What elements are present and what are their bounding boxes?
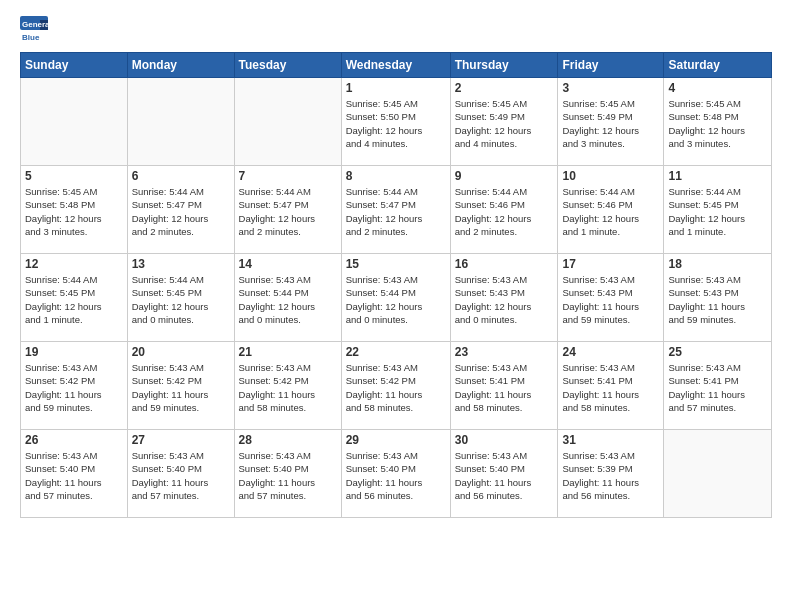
day-info: Sunrise: 5:44 AMSunset: 5:47 PMDaylight:…	[346, 185, 446, 238]
day-info: Sunrise: 5:43 AMSunset: 5:42 PMDaylight:…	[132, 361, 230, 414]
day-number: 30	[455, 433, 554, 447]
day-number: 8	[346, 169, 446, 183]
day-info: Sunrise: 5:44 AMSunset: 5:47 PMDaylight:…	[132, 185, 230, 238]
day-info: Sunrise: 5:43 AMSunset: 5:44 PMDaylight:…	[239, 273, 337, 326]
day-number: 22	[346, 345, 446, 359]
day-number: 28	[239, 433, 337, 447]
weekday-header: Thursday	[450, 53, 558, 78]
day-number: 10	[562, 169, 659, 183]
svg-text:Blue: Blue	[22, 33, 40, 42]
day-info: Sunrise: 5:43 AMSunset: 5:39 PMDaylight:…	[562, 449, 659, 502]
day-number: 21	[239, 345, 337, 359]
calendar-week-row: 1Sunrise: 5:45 AMSunset: 5:50 PMDaylight…	[21, 78, 772, 166]
calendar-cell: 4Sunrise: 5:45 AMSunset: 5:48 PMDaylight…	[664, 78, 772, 166]
day-number: 12	[25, 257, 123, 271]
calendar-cell: 18Sunrise: 5:43 AMSunset: 5:43 PMDayligh…	[664, 254, 772, 342]
day-info: Sunrise: 5:44 AMSunset: 5:45 PMDaylight:…	[132, 273, 230, 326]
calendar-cell	[21, 78, 128, 166]
day-info: Sunrise: 5:43 AMSunset: 5:42 PMDaylight:…	[25, 361, 123, 414]
day-info: Sunrise: 5:45 AMSunset: 5:50 PMDaylight:…	[346, 97, 446, 150]
calendar-cell: 17Sunrise: 5:43 AMSunset: 5:43 PMDayligh…	[558, 254, 664, 342]
day-number: 6	[132, 169, 230, 183]
calendar-cell: 22Sunrise: 5:43 AMSunset: 5:42 PMDayligh…	[341, 342, 450, 430]
calendar-cell	[664, 430, 772, 518]
calendar-cell: 16Sunrise: 5:43 AMSunset: 5:43 PMDayligh…	[450, 254, 558, 342]
calendar-cell: 21Sunrise: 5:43 AMSunset: 5:42 PMDayligh…	[234, 342, 341, 430]
calendar-cell: 1Sunrise: 5:45 AMSunset: 5:50 PMDaylight…	[341, 78, 450, 166]
day-number: 19	[25, 345, 123, 359]
day-info: Sunrise: 5:43 AMSunset: 5:43 PMDaylight:…	[455, 273, 554, 326]
calendar-week-row: 19Sunrise: 5:43 AMSunset: 5:42 PMDayligh…	[21, 342, 772, 430]
day-number: 11	[668, 169, 767, 183]
day-number: 23	[455, 345, 554, 359]
calendar-cell: 28Sunrise: 5:43 AMSunset: 5:40 PMDayligh…	[234, 430, 341, 518]
day-info: Sunrise: 5:44 AMSunset: 5:45 PMDaylight:…	[668, 185, 767, 238]
weekday-header: Saturday	[664, 53, 772, 78]
day-info: Sunrise: 5:43 AMSunset: 5:41 PMDaylight:…	[455, 361, 554, 414]
day-number: 14	[239, 257, 337, 271]
calendar-cell: 9Sunrise: 5:44 AMSunset: 5:46 PMDaylight…	[450, 166, 558, 254]
svg-text:General: General	[22, 20, 48, 29]
day-info: Sunrise: 5:43 AMSunset: 5:41 PMDaylight:…	[562, 361, 659, 414]
day-info: Sunrise: 5:44 AMSunset: 5:46 PMDaylight:…	[455, 185, 554, 238]
calendar-cell: 19Sunrise: 5:43 AMSunset: 5:42 PMDayligh…	[21, 342, 128, 430]
calendar-cell: 12Sunrise: 5:44 AMSunset: 5:45 PMDayligh…	[21, 254, 128, 342]
day-info: Sunrise: 5:43 AMSunset: 5:40 PMDaylight:…	[239, 449, 337, 502]
day-info: Sunrise: 5:45 AMSunset: 5:48 PMDaylight:…	[668, 97, 767, 150]
calendar-cell: 14Sunrise: 5:43 AMSunset: 5:44 PMDayligh…	[234, 254, 341, 342]
day-number: 3	[562, 81, 659, 95]
calendar-cell: 11Sunrise: 5:44 AMSunset: 5:45 PMDayligh…	[664, 166, 772, 254]
calendar-cell: 24Sunrise: 5:43 AMSunset: 5:41 PMDayligh…	[558, 342, 664, 430]
calendar-cell: 20Sunrise: 5:43 AMSunset: 5:42 PMDayligh…	[127, 342, 234, 430]
calendar-cell: 2Sunrise: 5:45 AMSunset: 5:49 PMDaylight…	[450, 78, 558, 166]
day-number: 25	[668, 345, 767, 359]
day-number: 9	[455, 169, 554, 183]
calendar-cell: 30Sunrise: 5:43 AMSunset: 5:40 PMDayligh…	[450, 430, 558, 518]
day-info: Sunrise: 5:43 AMSunset: 5:42 PMDaylight:…	[346, 361, 446, 414]
calendar-cell: 29Sunrise: 5:43 AMSunset: 5:40 PMDayligh…	[341, 430, 450, 518]
calendar-cell: 3Sunrise: 5:45 AMSunset: 5:49 PMDaylight…	[558, 78, 664, 166]
day-number: 31	[562, 433, 659, 447]
day-number: 15	[346, 257, 446, 271]
calendar-cell: 6Sunrise: 5:44 AMSunset: 5:47 PMDaylight…	[127, 166, 234, 254]
weekday-header: Monday	[127, 53, 234, 78]
calendar-cell: 7Sunrise: 5:44 AMSunset: 5:47 PMDaylight…	[234, 166, 341, 254]
day-number: 5	[25, 169, 123, 183]
calendar-cell	[127, 78, 234, 166]
day-info: Sunrise: 5:43 AMSunset: 5:44 PMDaylight:…	[346, 273, 446, 326]
day-number: 17	[562, 257, 659, 271]
weekday-header: Wednesday	[341, 53, 450, 78]
day-info: Sunrise: 5:43 AMSunset: 5:41 PMDaylight:…	[668, 361, 767, 414]
day-info: Sunrise: 5:43 AMSunset: 5:40 PMDaylight:…	[132, 449, 230, 502]
day-number: 2	[455, 81, 554, 95]
calendar-cell: 5Sunrise: 5:45 AMSunset: 5:48 PMDaylight…	[21, 166, 128, 254]
day-info: Sunrise: 5:43 AMSunset: 5:40 PMDaylight:…	[346, 449, 446, 502]
calendar-cell: 13Sunrise: 5:44 AMSunset: 5:45 PMDayligh…	[127, 254, 234, 342]
day-number: 4	[668, 81, 767, 95]
page-container: General Blue SundayMondayTuesdayWednesda…	[0, 0, 792, 528]
calendar-cell: 31Sunrise: 5:43 AMSunset: 5:39 PMDayligh…	[558, 430, 664, 518]
day-info: Sunrise: 5:43 AMSunset: 5:42 PMDaylight:…	[239, 361, 337, 414]
day-number: 26	[25, 433, 123, 447]
header: General Blue	[20, 16, 772, 44]
day-info: Sunrise: 5:45 AMSunset: 5:49 PMDaylight:…	[455, 97, 554, 150]
day-info: Sunrise: 5:44 AMSunset: 5:46 PMDaylight:…	[562, 185, 659, 238]
calendar-week-row: 12Sunrise: 5:44 AMSunset: 5:45 PMDayligh…	[21, 254, 772, 342]
day-number: 24	[562, 345, 659, 359]
day-number: 20	[132, 345, 230, 359]
calendar-week-row: 5Sunrise: 5:45 AMSunset: 5:48 PMDaylight…	[21, 166, 772, 254]
day-number: 7	[239, 169, 337, 183]
day-number: 29	[346, 433, 446, 447]
day-info: Sunrise: 5:44 AMSunset: 5:45 PMDaylight:…	[25, 273, 123, 326]
day-info: Sunrise: 5:43 AMSunset: 5:43 PMDaylight:…	[668, 273, 767, 326]
calendar-table: SundayMondayTuesdayWednesdayThursdayFrid…	[20, 52, 772, 518]
calendar-cell: 23Sunrise: 5:43 AMSunset: 5:41 PMDayligh…	[450, 342, 558, 430]
calendar-cell: 27Sunrise: 5:43 AMSunset: 5:40 PMDayligh…	[127, 430, 234, 518]
day-number: 16	[455, 257, 554, 271]
day-number: 27	[132, 433, 230, 447]
weekday-header: Sunday	[21, 53, 128, 78]
calendar-cell: 10Sunrise: 5:44 AMSunset: 5:46 PMDayligh…	[558, 166, 664, 254]
day-number: 18	[668, 257, 767, 271]
weekday-header: Tuesday	[234, 53, 341, 78]
day-info: Sunrise: 5:43 AMSunset: 5:40 PMDaylight:…	[455, 449, 554, 502]
